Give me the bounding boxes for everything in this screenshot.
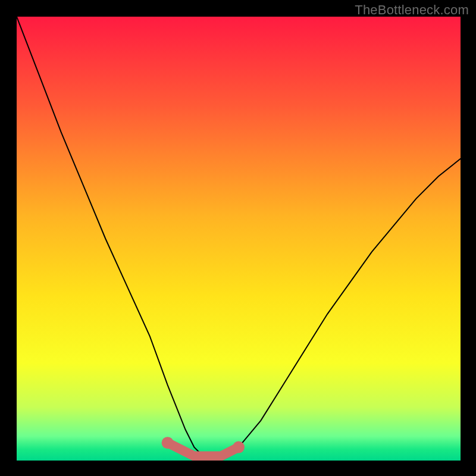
watermark-text: TheBottleneck.com [355,2,469,18]
optimal-band-end-dot [162,437,174,449]
optimal-band-end-dot [233,441,245,453]
plot-area [17,17,461,461]
chart-frame: TheBottleneck.com [0,0,476,476]
chart-svg [17,17,461,461]
gradient-background [17,17,461,461]
